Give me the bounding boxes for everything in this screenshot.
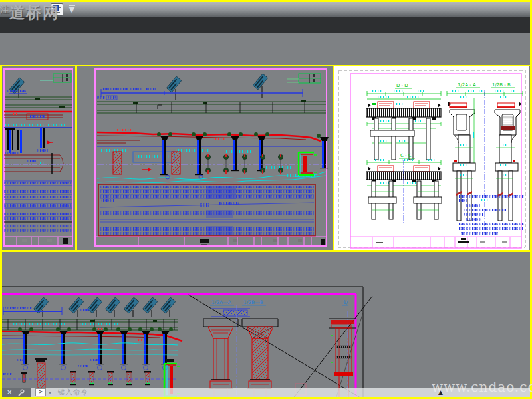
pier-label-half-a: 1/2A—A [211, 299, 232, 305]
command-prompt-box[interactable]: > [35, 388, 46, 396]
wrench-icon[interactable] [17, 389, 25, 396]
site-watermark-bottom: www.cndao.com [432, 379, 532, 395]
left-sheet-data-tables [4, 181, 72, 232]
selected-object-highlight[interactable] [299, 152, 317, 175]
section-label-cc: C - C [400, 153, 412, 158]
section-label-half-a: 1/2A - A [458, 82, 476, 88]
pier-elevation-partial [329, 319, 356, 397]
bottom-slanted-labels [33, 297, 175, 317]
close-icon[interactable]: × [7, 389, 12, 396]
section-label-dd: D - D [396, 83, 408, 88]
pier-label-half-b: 1/2B—B [243, 299, 263, 305]
cad-application-window: { "window": { "watermark_prefix": "注", "… [0, 0, 532, 399]
pier-elevation-a [203, 319, 238, 397]
middle-sheet-schedule-table [98, 184, 315, 236]
viewport-bottom-sheet[interactable]: 1/2A—A 1/2B—B 1/ [2, 287, 372, 399]
pier-label-partial: 1/ [343, 299, 348, 305]
watermark-triangle-marker: ▲ [438, 389, 443, 396]
command-input-placeholder[interactable]: 键入命令 [58, 388, 88, 397]
viewport-paper-layout[interactable]: D - D C - C [334, 66, 529, 251]
section-label-half-b: 1/2B - B [492, 82, 511, 88]
command-bar-controls: × [2, 388, 31, 397]
site-watermark-top: 注道桥网 [0, 3, 59, 23]
command-history-dropdown[interactable]: ▾ [49, 390, 51, 396]
viewport-left-sheet[interactable] [4, 69, 72, 246]
model-space-canvas[interactable]: D - D C - C [0, 0, 532, 399]
viewport-middle-sheet[interactable] [95, 69, 329, 246]
